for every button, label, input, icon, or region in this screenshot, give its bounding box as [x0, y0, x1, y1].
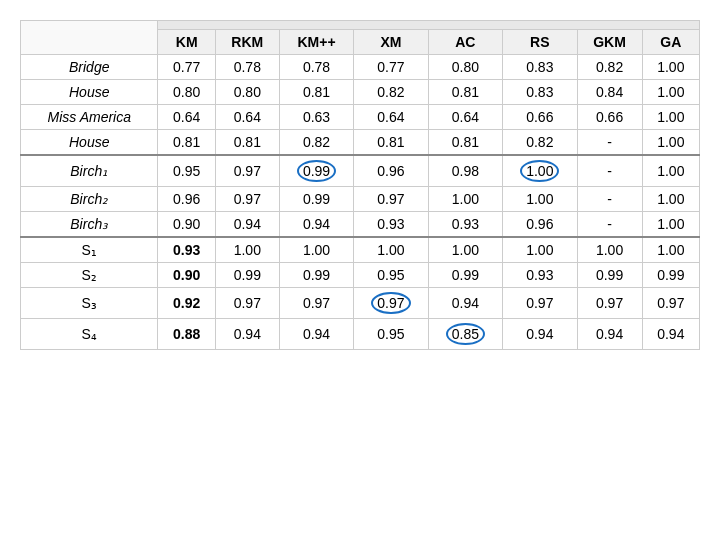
table-cell: 0.64	[215, 105, 279, 130]
table-cell: 1.00	[642, 155, 699, 187]
table-cell: 0.82	[577, 55, 642, 80]
table-cell: 0.94	[577, 319, 642, 350]
table-cell: 0.82	[354, 80, 428, 105]
table-cell: 0.84	[577, 80, 642, 105]
table-cell: 0.92	[158, 288, 215, 319]
table-cell: 1.00	[428, 187, 502, 212]
table-cell: 0.97	[642, 288, 699, 319]
col-header-rs: RS	[503, 30, 577, 55]
table-cell: 0.66	[577, 105, 642, 130]
table-cell: 0.96	[158, 187, 215, 212]
table-cell: 0.64	[354, 105, 428, 130]
table-cell: 0.94	[642, 319, 699, 350]
table-cell: 0.98	[428, 155, 502, 187]
table-cell: 1.00	[577, 237, 642, 263]
table-cell: 1.00	[642, 105, 699, 130]
row-label: Birch₃	[21, 212, 158, 238]
table-cell: -	[577, 187, 642, 212]
table-cell: 0.97	[577, 288, 642, 319]
row-label: Miss America	[21, 105, 158, 130]
table-cell: 1.00	[642, 187, 699, 212]
row-label: S₄	[21, 319, 158, 350]
table-cell: 0.97	[215, 187, 279, 212]
table-cell: 0.88	[158, 319, 215, 350]
table-cell: 0.93	[354, 212, 428, 238]
table-cell: 0.95	[158, 155, 215, 187]
table-cell: 0.81	[158, 130, 215, 156]
table-cell: 1.00	[642, 55, 699, 80]
table-cell: 0.99	[428, 263, 502, 288]
table-cell: 0.63	[279, 105, 353, 130]
table-cell: 1.00	[642, 212, 699, 238]
col-header-kmp+: KM++	[279, 30, 353, 55]
table-cell: 0.99	[279, 187, 353, 212]
table-cell: 0.77	[158, 55, 215, 80]
table-cell: 0.66	[503, 105, 577, 130]
table-cell: 0.64	[158, 105, 215, 130]
table-cell: 1.00	[642, 130, 699, 156]
table-cell: 1.00	[503, 237, 577, 263]
table-cell: 1.00	[428, 237, 502, 263]
table-cell: 1.00	[215, 237, 279, 263]
table-cell: 0.81	[428, 130, 502, 156]
table-cell: 0.97	[215, 155, 279, 187]
col-header-nmi	[158, 21, 700, 30]
col-header-gkm: GKM	[577, 30, 642, 55]
table-cell: 0.83	[503, 55, 577, 80]
col-header-rkm: RKM	[215, 30, 279, 55]
table-cell: 0.94	[503, 319, 577, 350]
row-label: S₂	[21, 263, 158, 288]
table-cell: 0.96	[354, 155, 428, 187]
row-label: House	[21, 130, 158, 156]
table-cell: 0.97	[354, 288, 428, 319]
row-label: Birch₁	[21, 155, 158, 187]
table-cell: 0.97	[215, 288, 279, 319]
table-cell: 0.94	[279, 319, 353, 350]
table-cell: 1.00	[642, 237, 699, 263]
table-cell: 0.99	[642, 263, 699, 288]
table-cell: 0.81	[215, 130, 279, 156]
table-cell: 0.99	[215, 263, 279, 288]
table-cell: 0.90	[158, 212, 215, 238]
table-cell: 0.97	[503, 288, 577, 319]
table-cell: 0.94	[279, 212, 353, 238]
col-header-dataset	[21, 21, 158, 55]
table-cell: -	[577, 130, 642, 156]
table-cell: 0.80	[428, 55, 502, 80]
table-cell: 0.78	[215, 55, 279, 80]
table-cell: 0.82	[279, 130, 353, 156]
table-cell: 1.00	[642, 80, 699, 105]
table-cell: 0.80	[158, 80, 215, 105]
table-cell: 0.93	[158, 237, 215, 263]
table-cell: 0.83	[503, 80, 577, 105]
table-cell: 0.85	[428, 319, 502, 350]
table-cell: 0.94	[428, 288, 502, 319]
table-cell: 0.93	[503, 263, 577, 288]
table-cell: 1.00	[503, 155, 577, 187]
row-label: Bridge	[21, 55, 158, 80]
table-cell: 0.99	[279, 155, 353, 187]
table-cell: 0.78	[279, 55, 353, 80]
table-cell: 0.80	[215, 80, 279, 105]
col-header-xm: XM	[354, 30, 428, 55]
row-label: S₃	[21, 288, 158, 319]
table-cell: 0.97	[279, 288, 353, 319]
table-cell: 0.96	[503, 212, 577, 238]
table-cell: 0.90	[158, 263, 215, 288]
col-header-km: KM	[158, 30, 215, 55]
table-cell: 0.64	[428, 105, 502, 130]
table-cell: 0.81	[279, 80, 353, 105]
col-header-ga: GA	[642, 30, 699, 55]
table-cell: 0.94	[215, 212, 279, 238]
table-cell: 0.99	[577, 263, 642, 288]
table-cell: 1.00	[354, 237, 428, 263]
table-cell: 0.93	[428, 212, 502, 238]
table-cell: 0.95	[354, 319, 428, 350]
nmi-table: KMRKMKM++XMACRSGKMGA Bridge0.770.780.780…	[20, 20, 700, 350]
table-cell: 0.81	[354, 130, 428, 156]
table-cell: 0.99	[279, 263, 353, 288]
table-cell: 0.81	[428, 80, 502, 105]
table-cell: -	[577, 155, 642, 187]
table-cell: 1.00	[503, 187, 577, 212]
row-label: Birch₂	[21, 187, 158, 212]
